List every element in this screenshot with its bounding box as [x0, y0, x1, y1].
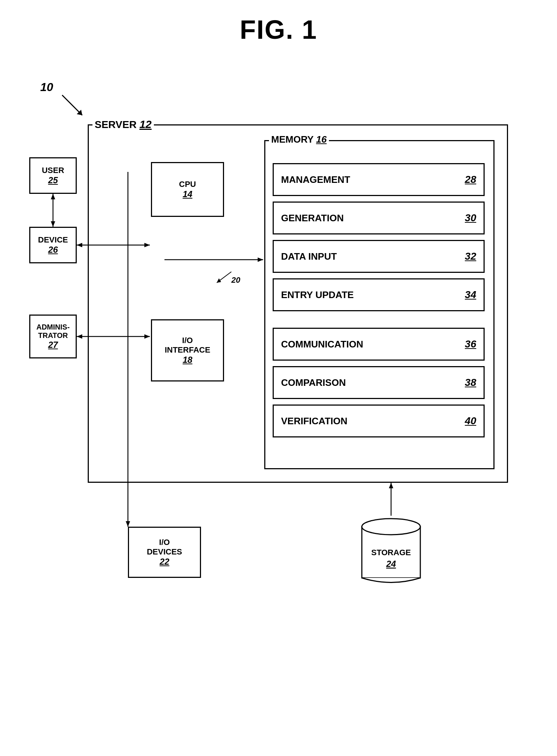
- admin-label: ADMINIS-TRATOR: [36, 323, 69, 340]
- module-comparison: COMPARISON 38: [273, 366, 485, 399]
- memory-label: MEMORY 16: [269, 134, 329, 145]
- server-box: SERVER 12 CPU 14 I/OINTERFACE 18 20 MEMO…: [88, 124, 508, 483]
- module-communication-ref: 36: [465, 338, 476, 350]
- page-title: FIG. 1: [0, 0, 557, 45]
- module-generation-ref: 30: [465, 212, 476, 224]
- io-devices-box: I/ODEVICES 22: [128, 527, 201, 578]
- module-management-label: MANAGEMENT: [281, 174, 350, 185]
- storage-cylinder: STORAGE 24: [358, 516, 424, 589]
- module-comparison-ref: 38: [465, 377, 476, 388]
- module-comparison-label: COMPARISON: [281, 377, 346, 388]
- svg-marker-13: [77, 243, 82, 247]
- io-interface-box: I/OINTERFACE 18: [151, 319, 224, 381]
- diagram-ref-arrow: [58, 91, 88, 121]
- module-entry-update-label: ENTRY UPDATE: [281, 289, 354, 301]
- module-entry-update-ref: 34: [465, 289, 476, 301]
- module-verification: VERIFICATION 40: [273, 405, 485, 437]
- svg-marker-10: [51, 194, 55, 199]
- svg-marker-3: [217, 278, 221, 283]
- module-communication-label: COMMUNICATION: [281, 339, 363, 350]
- module-management-ref: 28: [465, 174, 476, 185]
- io-interface-label: I/OINTERFACE: [165, 336, 211, 355]
- server-label: SERVER 12: [92, 118, 154, 131]
- module-data-input: DATA INPUT 32: [273, 240, 485, 273]
- diagram-ref-label: 10: [40, 80, 53, 94]
- svg-marker-24: [389, 483, 393, 488]
- module-data-input-ref: 32: [465, 251, 476, 262]
- module-data-input-label: DATA INPUT: [281, 251, 337, 262]
- io-devices-ref: 22: [160, 557, 170, 567]
- user-ref: 25: [48, 175, 58, 185]
- io-devices-label: I/ODEVICES: [147, 538, 182, 557]
- module-verification-label: VERIFICATION: [281, 415, 348, 427]
- svg-marker-9: [51, 221, 55, 227]
- svg-text:STORAGE: STORAGE: [371, 548, 411, 557]
- io-interface-ref: 18: [183, 355, 193, 365]
- cpu-box: CPU 14: [151, 162, 224, 217]
- memory-ref: 16: [316, 134, 327, 145]
- cpu-ref: 14: [183, 189, 193, 199]
- module-entry-update: ENTRY UPDATE 34: [273, 278, 485, 311]
- module-generation: GENERATION 30: [273, 202, 485, 234]
- admin-box: ADMINIS-TRATOR 27: [29, 315, 77, 358]
- server-ref: 12: [139, 118, 151, 130]
- device-label: DEVICE: [38, 235, 68, 245]
- svg-marker-16: [77, 334, 82, 339]
- svg-marker-22: [126, 521, 130, 527]
- module-communication: COMMUNICATION 36: [273, 328, 485, 361]
- user-label: USER: [42, 166, 64, 175]
- user-box: USER 25: [29, 157, 77, 194]
- cpu-label: CPU: [179, 180, 196, 189]
- memory-box: MEMORY 16 MANAGEMENT 28 GENERATION 30 DA…: [264, 140, 495, 469]
- module-verification-ref: 40: [465, 415, 476, 427]
- admin-ref: 27: [48, 340, 58, 350]
- device-box: DEVICE 26: [29, 227, 77, 263]
- svg-point-5: [362, 519, 420, 535]
- device-ref: 26: [48, 245, 58, 255]
- module-generation-label: GENERATION: [281, 212, 344, 224]
- bus-ref-arrow: [209, 268, 239, 286]
- svg-text:24: 24: [386, 559, 396, 569]
- module-management: MANAGEMENT 28: [273, 163, 485, 196]
